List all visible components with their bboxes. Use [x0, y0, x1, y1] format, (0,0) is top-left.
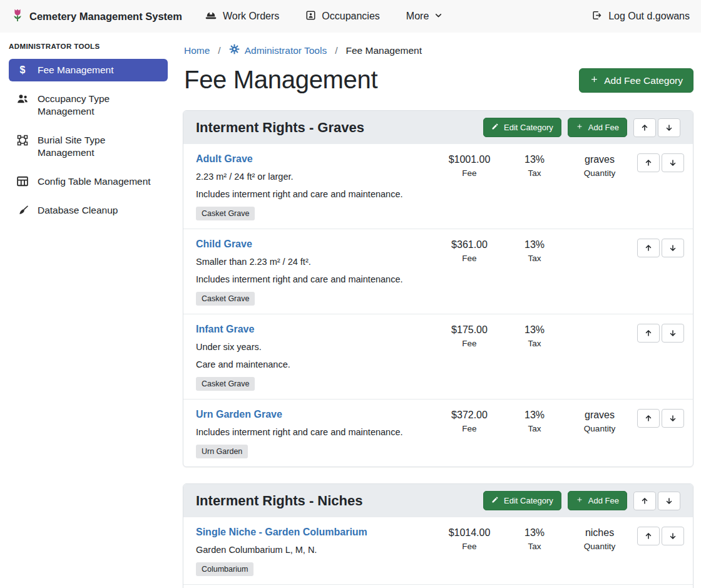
occupancy-icon [305, 10, 316, 23]
fee-name-link[interactable]: Infant Grave [196, 324, 254, 335]
plus-icon [590, 75, 599, 86]
fee-info: Adult Grave 2.23 m² / 24 ft² or larger. … [196, 152, 437, 220]
move-fee-down-button[interactable] [662, 409, 684, 428]
move-fee-down-button[interactable] [662, 527, 684, 545]
nav-item-work-orders[interactable]: Work Orders [205, 9, 279, 23]
fee-amount: $1014.00 [437, 527, 502, 539]
breadcrumb-home-link[interactable]: Home [184, 45, 210, 56]
move-category-down-button[interactable] [658, 118, 680, 137]
arrow-up-icon [640, 123, 649, 132]
fee-tax: 13% [502, 154, 567, 165]
add-fee-category-button[interactable]: Add Fee Category [579, 68, 693, 93]
category-reorder-buttons [633, 118, 680, 137]
move-fee-up-button[interactable] [637, 527, 660, 545]
fee-tax-col: 13% Tax [502, 525, 567, 551]
sidebar-item-label: Fee Management [38, 64, 114, 76]
sidebar-item-occupancy-type-management[interactable]: Occupancy Type Management [9, 88, 168, 123]
sidebar-heading: ADMINISTRATOR TOOLS [9, 43, 168, 50]
fee-reorder-buttons [637, 237, 684, 257]
fee-description: 2.23 m² / 24 ft² or larger. [196, 170, 431, 183]
category-reorder-buttons [633, 492, 680, 510]
tulip-logo-icon [11, 7, 24, 26]
fee-info: Infant Grave Under six years. Care and m… [196, 322, 437, 391]
edit-category-label: Edit Category [504, 496, 553, 505]
move-category-up-button[interactable] [633, 118, 656, 137]
logout-link[interactable]: Log Out d.gowans [591, 10, 690, 23]
edit-category-label: Edit Category [504, 123, 553, 132]
fee-quantity-label: Quantity [567, 542, 632, 551]
category-header: Interment Rights - Niches Edit Category … [183, 484, 693, 517]
fee-amount-label: Fee [437, 542, 502, 551]
move-fee-up-button[interactable] [637, 153, 660, 172]
fee-amount-col: $361.00 Fee [437, 237, 502, 263]
fee-row-urn-garden-grave: Urn Garden Grave Includes interment righ… [183, 399, 693, 467]
fee-name-link[interactable]: Adult Grave [196, 153, 253, 165]
fee-name-link[interactable]: Urn Garden Grave [196, 409, 282, 420]
dollar-icon: $ [16, 64, 29, 76]
fee-quantity-label: Quantity [567, 168, 632, 178]
fee-name-link[interactable]: Child Grave [196, 239, 252, 250]
fee-reorder-buttons [637, 322, 684, 343]
fee-tax: 13% [502, 410, 567, 421]
move-fee-down-button[interactable] [662, 153, 684, 172]
sidebar-item-config-table-management[interactable]: Config Table Management [9, 170, 168, 193]
move-fee-up-button[interactable] [637, 239, 660, 257]
add-fee-button[interactable]: Add Fee [568, 118, 627, 137]
sidebar-item-database-cleanup[interactable]: Database Cleanup [9, 199, 168, 222]
fee-name-link[interactable]: Single Niche - Garden Columbarium [196, 527, 367, 538]
fee-type-badge: Casket Grave [196, 207, 255, 220]
fee-amount-col: $1001.00 Fee [437, 152, 502, 178]
fee-quantity-label: Quantity [567, 424, 632, 433]
app-title: Cemetery Management System [29, 11, 182, 23]
breadcrumb-separator: / [335, 45, 337, 56]
pencil-icon [491, 496, 499, 505]
fee-description: Under six years. [196, 341, 431, 354]
top-navbar: Cemetery Management System Work Orders O… [0, 0, 701, 33]
arrow-down-icon [665, 123, 673, 132]
fee-quantity-col [567, 322, 632, 324]
edit-category-button[interactable]: Edit Category [483, 118, 561, 137]
plus-icon [576, 496, 583, 505]
chevron-down-icon [434, 11, 443, 22]
category-title: Interment Rights - Niches [196, 493, 477, 509]
fee-tax: 13% [502, 239, 567, 250]
move-fee-down-button[interactable] [662, 324, 684, 343]
fee-quantity: graves [567, 410, 632, 421]
nav-item-more[interactable]: More [406, 11, 443, 22]
users-icon [16, 93, 29, 104]
category-title: Interment Rights - Graves [196, 120, 477, 136]
add-fee-category-label: Add Fee Category [604, 75, 683, 86]
move-fee-up-button[interactable] [637, 324, 660, 343]
fee-tax-col: 13% Tax [502, 237, 567, 263]
fee-info: Single Niche - Garden Columbarium Garden… [196, 525, 437, 576]
add-fee-button[interactable]: Add Fee [568, 491, 627, 510]
fee-tax-label: Tax [502, 168, 567, 178]
fee-amount: $361.00 [437, 239, 502, 250]
arrow-down-icon [668, 244, 677, 252]
edit-category-button[interactable]: Edit Category [483, 491, 561, 510]
fee-quantity: niches [567, 527, 632, 539]
fee-type-badge: Urn Garden [196, 445, 248, 458]
move-category-up-button[interactable] [633, 492, 656, 510]
fee-amount-label: Fee [437, 254, 502, 263]
fee-category-card-graves: Interment Rights - Graves Edit Category … [183, 110, 693, 467]
breadcrumb-section-label: Administrator Tools [245, 45, 327, 56]
sidebar-item-fee-management[interactable]: $ Fee Management [9, 59, 168, 81]
sidebar-item-burial-site-type-management[interactable]: Burial Site Type Management [9, 129, 168, 164]
fee-quantity-col: graves Quantity [567, 408, 632, 433]
fee-row-infant-grave: Infant Grave Under six years. Care and m… [183, 314, 693, 399]
move-fee-up-button[interactable] [637, 409, 660, 428]
vector-square-icon [16, 135, 29, 146]
move-category-down-button[interactable] [658, 492, 680, 510]
pencil-icon [491, 123, 499, 132]
move-fee-down-button[interactable] [662, 239, 684, 257]
arrow-up-icon [644, 158, 653, 167]
breadcrumb-admin-tools-link[interactable]: Administrator Tools [229, 44, 327, 57]
nav-item-occupancies[interactable]: Occupancies [305, 10, 380, 23]
main-content: Home / [175, 33, 701, 588]
fee-amount-col: $372.00 Fee [437, 408, 502, 433]
admin-tools-sidebar: ADMINISTRATOR TOOLS $ Fee Management Occ… [0, 33, 175, 588]
fee-tax-col: 13% Tax [502, 152, 567, 178]
fee-description: Includes interment right and care and ma… [196, 426, 431, 439]
fee-amount-col: $175.00 Fee [437, 322, 502, 348]
